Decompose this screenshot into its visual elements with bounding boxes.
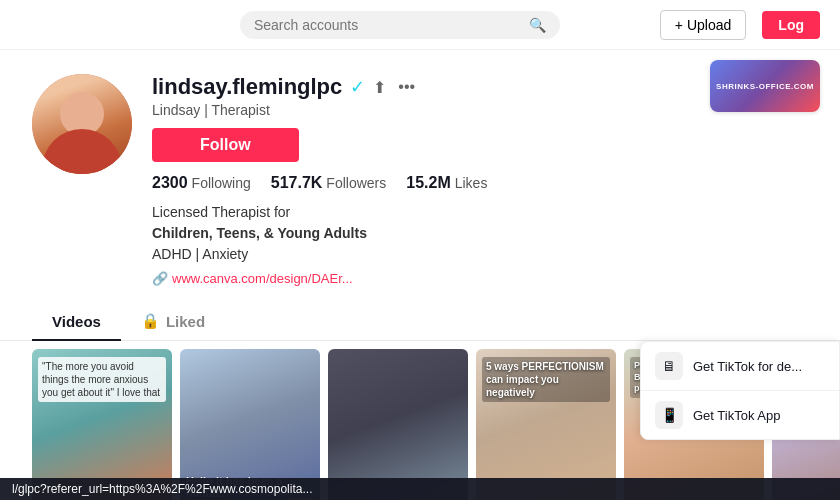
follow-button[interactable]: Follow <box>152 128 299 162</box>
search-bar[interactable]: 🔍 <box>240 11 560 39</box>
avatar-image <box>32 74 132 174</box>
bio: Licensed Therapist for Children, Teens, … <box>152 202 808 265</box>
sponsor-badge: SHRINKS-OFFICE.COM <box>710 60 820 112</box>
tabs-row: Videos 🔒 Liked <box>0 302 840 341</box>
more-options-icon[interactable]: ••• <box>398 78 415 96</box>
followers-label: Followers <box>326 175 386 191</box>
likes-stat: 15.2M Likes <box>406 174 487 192</box>
stats-row: 2300 Following 517.7K Followers 15.2M Li… <box>152 174 808 192</box>
upload-label: Upload <box>687 17 731 33</box>
followers-stat: 517.7K Followers <box>271 174 387 192</box>
thumb-label-4: 5 ways PERFECTIONISM can impact you nega… <box>482 357 610 402</box>
badge-text: SHRINKS-OFFICE.COM <box>716 82 814 91</box>
top-nav: 🔍 + Upload Log <box>0 0 840 50</box>
tab-videos[interactable]: Videos <box>32 302 121 340</box>
desktop-icon: 🖥 <box>655 352 683 380</box>
thumb-text-1: "The more you avoid things the more anxi… <box>38 357 166 402</box>
login-button[interactable]: Log <box>762 11 820 39</box>
bottom-bar: l/glpc?referer_url=https%3A%2F%2Fwww.cos… <box>0 478 840 500</box>
upload-button[interactable]: + Upload <box>660 10 747 40</box>
website-url: www.canva.com/design/DAEr... <box>172 271 353 286</box>
nav-right: + Upload Log <box>660 10 820 40</box>
share-icon[interactable]: ⬆ <box>373 78 386 97</box>
tab-liked[interactable]: 🔒 Liked <box>121 302 225 340</box>
popup-desktop-label: Get TikTok for de... <box>693 359 802 374</box>
search-input[interactable] <box>254 17 521 33</box>
username: lindsay.fleminglpc <box>152 74 342 100</box>
tab-videos-label: Videos <box>52 313 101 330</box>
profile-actions: ⬆ ••• <box>373 78 415 97</box>
lock-icon: 🔒 <box>141 312 160 330</box>
popup-item-desktop[interactable]: 🖥 Get TikTok for de... <box>641 342 839 391</box>
phone-icon: 📱 <box>655 401 683 429</box>
badge-inner: SHRINKS-OFFICE.COM <box>710 60 820 112</box>
search-icon: 🔍 <box>529 17 546 33</box>
tab-liked-label: Liked <box>166 313 205 330</box>
likes-label: Likes <box>455 175 488 191</box>
popup-item-app[interactable]: 📱 Get TikTok App <box>641 391 839 439</box>
avatar-wrap <box>32 74 132 286</box>
tiktok-popup: 🖥 Get TikTok for de... 📱 Get TikTok App <box>640 341 840 440</box>
popup-app-label: Get TikTok App <box>693 408 780 423</box>
plus-icon: + <box>675 17 683 33</box>
likes-count: 15.2M <box>406 174 450 192</box>
followers-count: 517.7K <box>271 174 323 192</box>
verified-icon: ✓ <box>350 76 365 98</box>
avatar <box>32 74 132 174</box>
following-stat: 2300 Following <box>152 174 251 192</box>
website-row[interactable]: 🔗 www.canva.com/design/DAEr... <box>152 271 808 286</box>
bottom-url: l/glpc?referer_url=https%3A%2F%2Fwww.cos… <box>12 482 312 496</box>
following-label: Following <box>192 175 251 191</box>
link-icon: 🔗 <box>152 271 168 286</box>
following-count: 2300 <box>152 174 188 192</box>
